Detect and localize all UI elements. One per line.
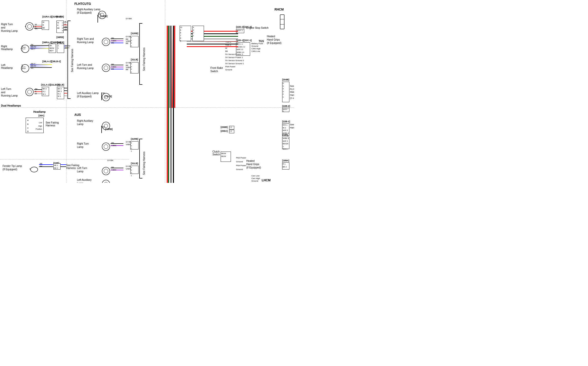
wire-bk-aux-r-v: [97, 15, 98, 23]
svg-point-19: [104, 40, 108, 44]
aus-label: AUS: [74, 113, 81, 117]
conn-73rb-top-label: [73RB]: [100, 15, 107, 17]
label-can-low-bot: Can Low: [251, 175, 260, 177]
conn-38lb-label: [38LB]: [57, 41, 64, 44]
wire-bk-raux-aus-v: [101, 126, 102, 133]
conn-204b-label: [204B]: [282, 78, 289, 81]
label-ground-top: Ground: [251, 45, 258, 47]
conn-24b-label: [24B]: [282, 134, 288, 136]
conn-22b2-box: W/GY 1: [282, 108, 289, 112]
headlamp-bottom-label: Headlamp: [33, 110, 46, 113]
wire-dkgreen-main: [168, 26, 169, 183]
lt-aux-lamp-label: Left Auxiliary Lamp(If Equipped): [77, 91, 99, 98]
conn-31lb-label: [31LB]: [57, 83, 64, 86]
conn-32b: BE 1BK 2: [53, 163, 61, 170]
conn-31rb-aus: 4321: [130, 141, 139, 149]
left-turn-aus-symbol: [101, 166, 111, 176]
label-vbn-rt-aus: V/BN: [111, 144, 116, 147]
label-bk-lt-aus: BK: [111, 166, 114, 168]
see-fairing-right-label: See FairingHarness: [290, 123, 294, 129]
conn-31lb-aus: 4321: [130, 166, 139, 174]
conn-31lb: BK 4BK 3R 2W 1: [57, 87, 64, 99]
horizontal-divider-1: [0, 107, 294, 108]
wire-label-bk: BK: [35, 27, 38, 30]
svg-point-27: [104, 145, 108, 149]
label-vbn-lt-aus: V/BN: [111, 169, 116, 171]
conn-22b1-label: [22B-1]: [282, 120, 290, 123]
wire-gray-main: [169, 26, 170, 108]
conn-38a-box: A B C D Low High Position: [26, 118, 44, 133]
flhtcutg-label: FLHTCUTG: [74, 2, 91, 6]
label-p6a-power1: P6A Power: [236, 157, 246, 159]
label-vbn2-rt-aus: V/BN: [126, 143, 131, 146]
label-p6a-power2: P6A Power: [236, 164, 246, 167]
conn-206b-label: [206B]: [221, 126, 228, 128]
lh-a-label: A: [22, 68, 23, 70]
clutch-switch-label: ClutchSwitch: [212, 150, 220, 156]
conn-73lb-label: [73LB]: [105, 95, 112, 98]
label-gybk-r-top: GY/BK: [126, 17, 132, 20]
fairing-harness-label-left: See Fairing Harness: [71, 49, 74, 72]
see-fairing-mid-label: See Fairing Harness: [143, 48, 145, 71]
conn-206b-box: 1 2: [229, 126, 234, 129]
svg-rect-32: [280, 15, 284, 29]
conn-204b-box: 654321: [282, 82, 289, 102]
right-aux-aus-label: Right AuxiliaryLamp: [77, 119, 93, 126]
label-ground-bot: Ground: [251, 180, 258, 182]
conn-31rb-mid: 4321: [130, 36, 139, 47]
label-bk-laux-aus: BK: [102, 182, 105, 183]
conn-31rb-aus-label: [31RB]: [131, 138, 138, 140]
svg-text:High: High: [23, 68, 26, 69]
right-aux-lamp-label: Right Auxiliary Lamp(If Equipped): [77, 8, 100, 14]
wire-red2-main: [174, 26, 175, 108]
rhcm-label: RHCM: [275, 8, 284, 11]
wire-bey-rh-label: BE/Y: [31, 48, 35, 50]
heated-grips-bot-label: HeatedHand Grips(If Equipped): [246, 159, 261, 169]
rh-c-label: C: [22, 49, 23, 51]
left-aux-aus-label: Left AuxiliaryLamp: [77, 178, 92, 183]
conn-22b2-label: [22B-2]: [282, 105, 290, 107]
label-be2-lt: BE: [126, 68, 129, 71]
svg-point-13: [31, 167, 38, 172]
label-be-rt-flht: BE: [111, 42, 114, 44]
conn-206a-label: [206A]: [221, 130, 228, 132]
dual-headlamps-label: Dual Headlamps: [1, 104, 21, 107]
svg-point-11: [26, 88, 33, 96]
wire-label-w: W: [35, 23, 37, 26]
see-flhtchtg-label: SeeFLHTCHTGMainHarness(2 of 3): [290, 85, 294, 100]
conn-38lb2: 21: [57, 44, 64, 53]
wire-bk2-31lb-out: [64, 90, 67, 91]
wire-black-main: [171, 26, 171, 183]
tgs-conn-pins2: 4321: [192, 26, 204, 41]
svg-point-29: [104, 169, 108, 173]
svg-point-21: [104, 66, 108, 70]
right-turn-lamp-label: Right TurnandRunning Lamp: [1, 23, 18, 33]
wire-out-bk: BK: [64, 26, 67, 28]
wire-bk-31lb-out: [64, 88, 67, 88]
conn-189a-label: [189A]: [282, 159, 289, 162]
conn-38lb-box: BKBE/WBE/Y: [49, 44, 56, 53]
left-turn-lamp-symbol: [25, 87, 34, 97]
label-be-lt-flht: BE: [111, 68, 114, 70]
svg-point-12: [27, 90, 32, 94]
label-be-fender: BE: [40, 163, 43, 165]
fairing-harness-bracket-mid: [139, 23, 142, 85]
conn-73rb-aus-label: [73RB]: [105, 128, 113, 130]
right-turn-aus-symbol: [101, 142, 111, 151]
fairing-harness-bracket-aus: [139, 139, 142, 179]
fender-tip-symbol: [30, 164, 39, 173]
fairing-harness-bracket-left: [67, 21, 71, 99]
label-vbn2-lt-aus: V/BN: [126, 168, 131, 170]
conn-24b-box: W/BK 4W/R 3BK/GN 2R/O 1: [282, 137, 289, 149]
wire-red-main: [167, 26, 168, 183]
fender-tip-label: Fender Tip Lamp(If Equipped): [3, 164, 22, 171]
label-ground-mid: Ground: [236, 161, 243, 163]
lt-running-flht-label: Left Turn andRunning Lamp: [77, 63, 94, 70]
label-bk-raux-aus: BK: [102, 126, 105, 128]
conn-31rb-mid-label: [31RB]: [131, 32, 138, 35]
wire-w-31lb-out: [64, 96, 67, 96]
conn-31lb-aus-label: [31LB]: [131, 162, 138, 165]
wire-r-31lb-out: [64, 93, 67, 93]
conn-206a-box: 1 2: [229, 130, 234, 133]
wire-bk-aux-l-v: [101, 92, 102, 100]
